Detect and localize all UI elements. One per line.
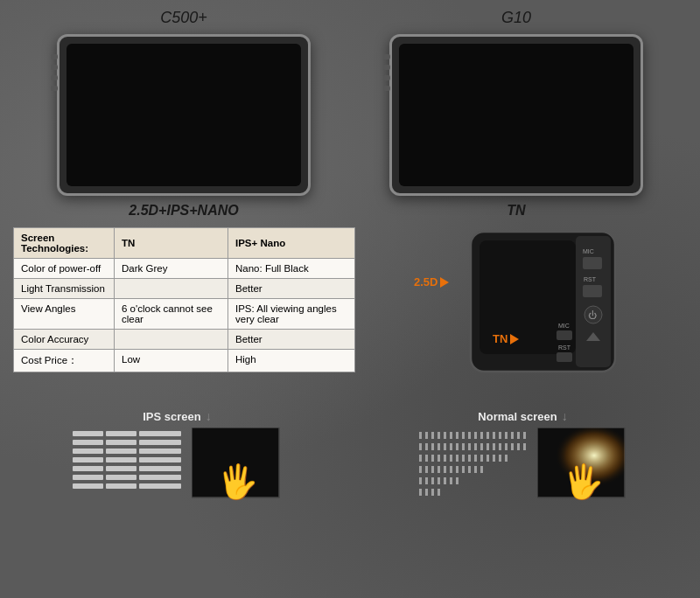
menu-btn-r: [383, 86, 390, 91]
ips-screen-label: IPS screen ↓: [143, 409, 212, 423]
svg-rect-45: [468, 432, 471, 439]
right-panel: 2.5D MIC RST ⏻: [368, 227, 687, 393]
svg-rect-100: [425, 477, 428, 484]
svg-rect-42: [450, 432, 452, 439]
svg-rect-16: [139, 431, 181, 436]
ips-screen-content: 🖐: [71, 428, 284, 505]
svg-rect-59: [444, 443, 446, 450]
svg-rect-82: [474, 455, 477, 462]
row1-feature: Color of power-off: [14, 259, 115, 279]
svg-rect-40: [438, 432, 440, 439]
svg-rect-30: [106, 475, 136, 480]
svg-rect-23: [73, 457, 103, 462]
svg-rect-85: [493, 455, 495, 462]
power-btn: [51, 54, 58, 59]
svg-rect-87: [505, 455, 508, 462]
right-device-screen: [399, 44, 634, 186]
svg-rect-96: [468, 466, 471, 473]
panel-2-5d: 2.5D MIC RST ⏻: [436, 227, 620, 393]
svg-text:RST: RST: [558, 344, 571, 351]
svg-rect-90: [431, 466, 434, 473]
row4-feature: Color Accuracy: [14, 330, 115, 350]
svg-rect-95: [462, 466, 465, 473]
table-row: Cost Price： Low High: [14, 350, 355, 372]
comparison-table: Screen Technologies: TN IPS+ Nano Color …: [13, 227, 355, 372]
right-device-subtitle: TN: [507, 203, 525, 219]
row3-tn: 6 o'clock cannot see clear: [115, 299, 228, 330]
svg-rect-70: [511, 443, 514, 450]
device-mockup-svg: MIC RST ⏻ MIC RST: [444, 227, 620, 385]
vol-btn-r: [383, 75, 390, 80]
svg-rect-39: [431, 432, 434, 439]
svg-rect-78: [450, 455, 452, 462]
svg-rect-28: [139, 466, 181, 471]
svg-rect-14: [73, 431, 103, 436]
arrow-right-tn-icon: [510, 334, 519, 344]
svg-rect-41: [444, 432, 446, 439]
svg-rect-104: [450, 477, 452, 484]
power-btn-r: [383, 54, 390, 59]
svg-rect-63: [468, 443, 471, 450]
ips-touch-svg: 🖐: [192, 428, 284, 502]
svg-rect-17: [73, 440, 103, 445]
down-arrow-normal: ↓: [562, 409, 568, 423]
svg-text:RST: RST: [584, 276, 597, 282]
svg-rect-99: [419, 477, 422, 484]
svg-rect-57: [431, 443, 434, 450]
svg-rect-13: [556, 352, 572, 362]
svg-rect-93: [450, 466, 452, 473]
svg-text:🖐: 🖐: [563, 462, 605, 502]
normal-screen-demo: Normal screen ↓: [354, 409, 691, 505]
comparison-table-wrapper: Screen Technologies: TN IPS+ Nano Color …: [13, 227, 355, 372]
svg-rect-91: [438, 466, 440, 473]
svg-rect-27: [106, 466, 136, 471]
row4-tn: [115, 330, 228, 350]
left-device-frame: [57, 34, 311, 196]
right-side-buttons: [383, 54, 390, 91]
svg-rect-4: [583, 257, 602, 269]
svg-rect-37: [419, 432, 422, 439]
down-arrow-ips: ↓: [206, 409, 212, 423]
svg-rect-20: [73, 448, 103, 454]
svg-rect-56: [425, 443, 428, 450]
svg-rect-98: [480, 466, 483, 473]
svg-rect-22: [139, 448, 181, 454]
left-device-subtitle: 2.5D+IPS+NANO: [129, 203, 238, 219]
row3-feature: View Angles: [14, 299, 115, 330]
svg-text:MIC: MIC: [558, 323, 570, 329]
svg-rect-24: [106, 457, 136, 462]
svg-rect-81: [468, 455, 471, 462]
svg-text:⏻: ⏻: [588, 310, 597, 320]
svg-rect-73: [419, 455, 422, 462]
svg-rect-49: [493, 432, 495, 439]
right-device-frame: [389, 34, 643, 196]
home-btn: [51, 65, 58, 70]
normal-screen-label: Normal screen ↓: [478, 409, 567, 423]
svg-rect-86: [499, 455, 501, 462]
svg-rect-11: [556, 330, 572, 340]
svg-rect-31: [139, 475, 181, 480]
row3-ips: IPS: All viewing angles very clear: [228, 299, 355, 330]
row5-ips: High: [228, 350, 355, 372]
svg-rect-106: [419, 489, 422, 496]
row4-ips: Better: [228, 330, 355, 350]
svg-rect-32: [73, 483, 103, 489]
svg-rect-26: [73, 466, 103, 471]
svg-rect-54: [523, 432, 526, 439]
svg-rect-108: [431, 489, 434, 496]
middle-section: Screen Technologies: TN IPS+ Nano Color …: [0, 223, 700, 398]
svg-rect-103: [444, 477, 446, 484]
svg-rect-6: [583, 285, 602, 297]
svg-rect-34: [139, 483, 181, 489]
th-feature: Screen Technologies:: [14, 228, 115, 259]
svg-rect-64: [474, 443, 477, 450]
left-device-container: C500+ 2.5D+IPS+NANO: [57, 9, 311, 219]
svg-rect-51: [505, 432, 508, 439]
bottom-section: IPS screen ↓: [0, 402, 700, 512]
svg-rect-25: [139, 457, 181, 462]
normal-screen-dark: 🖐: [537, 428, 629, 505]
svg-rect-38: [425, 432, 428, 439]
svg-rect-80: [462, 455, 465, 462]
th-ips: IPS+ Nano: [228, 228, 355, 259]
ips-lines-svg: [71, 428, 185, 497]
